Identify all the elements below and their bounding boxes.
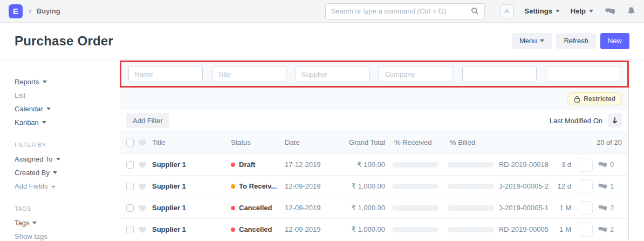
avatar[interactable]: A	[500, 4, 514, 18]
sort-direction-button[interactable]	[608, 113, 622, 128]
comment-count: 0	[598, 160, 622, 169]
row-title[interactable]: Supplier 1	[152, 182, 231, 190]
settings-menu[interactable]: Settings	[525, 7, 560, 15]
status-label: Draft	[239, 160, 255, 169]
status-dot-icon	[231, 206, 235, 210]
global-search[interactable]	[325, 3, 485, 19]
list-label: List	[15, 91, 25, 99]
refresh-button[interactable]: Refresh	[556, 33, 596, 49]
like-icon[interactable]	[138, 225, 152, 233]
billed-progress-bar	[448, 162, 494, 168]
header-date[interactable]: Date	[285, 138, 339, 146]
sidebar-item-tags[interactable]: Tags	[15, 219, 120, 226]
received-progress-bar	[392, 162, 439, 168]
filter-input-supplier[interactable]	[296, 66, 370, 82]
app-logo[interactable]: E	[9, 4, 23, 18]
row-date: 12-09-2019	[285, 225, 339, 233]
show-tags-label: Show tags	[15, 232, 47, 240]
received-progress-bar	[392, 184, 439, 189]
filter-input-title[interactable]	[212, 66, 286, 82]
sidebar-item-kanban[interactable]: Kanban	[15, 118, 120, 126]
status-dot-icon	[231, 184, 235, 189]
row-date: 12-09-2019	[285, 204, 339, 212]
like-icon[interactable]	[138, 182, 152, 190]
table-row[interactable]: Supplier 1 Cancelled 12-09-2019 ₹ 1,000.…	[120, 197, 628, 218]
calendar-label: Calendar	[15, 105, 43, 113]
row-document-id: -ORD-2019-00005	[499, 225, 549, 233]
row-date: 12-09-2019	[285, 182, 339, 190]
sidebar: Reports List Calendar Kanban FILTER BY A…	[0, 59, 120, 241]
billed-progress-bar	[448, 227, 494, 232]
row-grand-total: ₹ 1,000.00	[339, 182, 385, 190]
sidebar-item-add-fields[interactable]: Add Fields +	[15, 182, 120, 190]
help-menu[interactable]: Help	[571, 7, 593, 15]
chevron-right-icon: ›	[29, 5, 32, 16]
row-checkbox[interactable]	[126, 161, 134, 169]
new-button[interactable]: New	[600, 33, 629, 49]
assign-avatar-placeholder[interactable]	[579, 201, 593, 215]
row-checkbox[interactable]	[126, 183, 134, 190]
header-status[interactable]: Status	[231, 138, 285, 146]
status-dot-icon	[231, 227, 235, 232]
main-area: Restricted Add Filter Last Modified On	[120, 59, 629, 241]
sidebar-item-assigned-to[interactable]: Assigned To	[15, 155, 120, 163]
table-row[interactable]: Supplier 1 Draft 17-12-2019 ₹ 100.00 -OR…	[120, 153, 628, 175]
row-checkbox[interactable]	[126, 204, 134, 212]
sidebar-item-show-tags[interactable]: Show tags	[15, 232, 120, 240]
like-icon[interactable]	[138, 204, 152, 212]
row-document-id: RD-2019-00005-1	[499, 204, 549, 212]
breadcrumb[interactable]: Buying	[37, 7, 60, 15]
like-icon[interactable]	[138, 160, 152, 169]
assign-avatar-placeholder[interactable]	[579, 223, 593, 237]
header-title[interactable]: Title	[152, 138, 231, 146]
header-received[interactable]: % Received	[392, 138, 439, 146]
assigned-to-label: Assigned To	[15, 155, 53, 163]
search-input[interactable]	[331, 7, 471, 15]
row-checkbox[interactable]	[126, 226, 134, 233]
billed-progress-bar	[448, 205, 494, 211]
like-filter-icon[interactable]	[138, 138, 152, 146]
filter-by-heading: FILTER BY	[15, 142, 120, 148]
row-title[interactable]: Supplier 1	[152, 204, 231, 212]
sidebar-item-list[interactable]: List	[15, 91, 120, 99]
chat-icon[interactable]	[605, 7, 615, 16]
menu-button[interactable]: Menu	[512, 33, 552, 49]
filter-input-5[interactable]	[462, 66, 537, 82]
sidebar-item-calendar[interactable]: Calendar	[15, 105, 120, 112]
row-document-id: -ORD-2019-00018	[499, 160, 549, 169]
chevron-down-icon	[42, 121, 46, 124]
filter-input-name[interactable]	[128, 66, 203, 82]
sidebar-item-created-by[interactable]: Created By	[15, 169, 120, 176]
page-title: Purchase Order	[15, 34, 113, 49]
table-row[interactable]: Supplier 1 Cancelled 12-09-2019 ₹ 1,000.…	[120, 218, 628, 240]
table-row[interactable]: Supplier 1 To Receiv... 12-09-2019 ₹ 1,0…	[120, 175, 628, 197]
filter-input-company[interactable]	[379, 66, 453, 82]
comment-count: 1	[598, 182, 622, 190]
created-by-label: Created By	[15, 169, 50, 177]
chevron-down-icon	[556, 10, 560, 12]
row-title[interactable]: Supplier 1	[152, 225, 231, 233]
row-status: Draft	[231, 160, 285, 169]
result-count[interactable]: 20 of 20	[494, 138, 622, 146]
sort-by-label[interactable]: Last Modified On	[550, 117, 602, 125]
restricted-badge: Restricted	[567, 92, 622, 105]
status-dot-icon	[231, 163, 235, 167]
sidebar-item-reports[interactable]: Reports	[15, 78, 120, 85]
list-header: Title Status Date Grand Total % Received…	[120, 131, 628, 153]
assign-avatar-placeholder[interactable]	[579, 179, 593, 193]
row-status: Cancelled	[231, 204, 285, 212]
row-grand-total: ₹ 100.00	[339, 160, 385, 169]
billed-progress-bar	[448, 184, 494, 189]
select-all-checkbox[interactable]	[126, 139, 134, 146]
add-filter-button[interactable]: Add Filter	[126, 113, 169, 128]
header-billed[interactable]: % Billed	[448, 138, 494, 146]
row-grand-total: ₹ 1,000.00	[339, 225, 385, 233]
filter-input-6[interactable]	[546, 66, 620, 82]
header-grand-total[interactable]: Grand Total	[339, 138, 385, 146]
notifications-bell-icon[interactable]	[627, 6, 635, 16]
quick-filter-row-highlighted	[120, 61, 629, 88]
lock-icon	[574, 96, 580, 103]
row-title[interactable]: Supplier 1	[152, 160, 231, 169]
assign-avatar-placeholder[interactable]	[579, 158, 593, 172]
chevron-down-icon	[589, 10, 593, 12]
